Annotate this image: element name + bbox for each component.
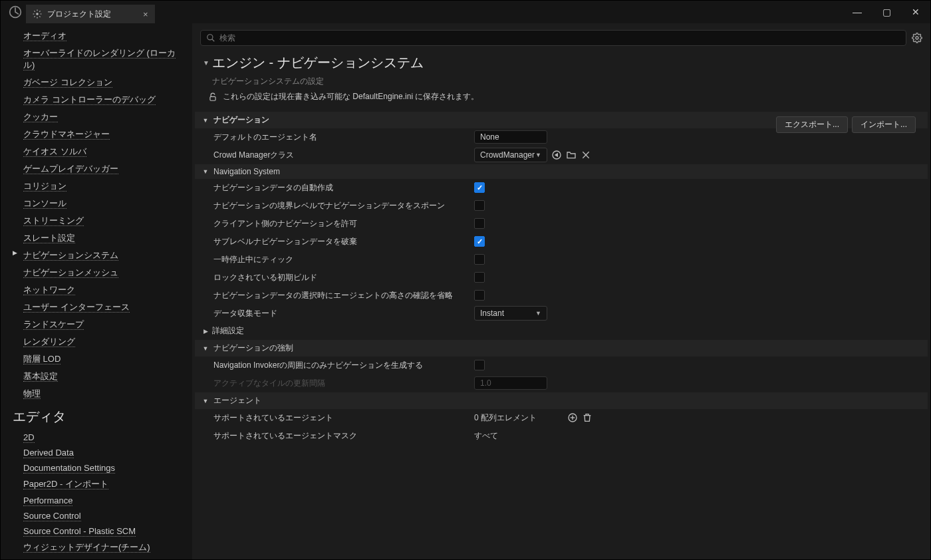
- trash-icon[interactable]: [582, 412, 593, 423]
- sidebar-item[interactable]: クッカー: [13, 108, 186, 126]
- default-agent-label: デフォルトのエージェント名: [208, 132, 474, 143]
- clear-icon[interactable]: [581, 150, 591, 160]
- invoker-only-checkbox[interactable]: [474, 360, 485, 370]
- sidebar-item[interactable]: スレート設定: [13, 229, 186, 247]
- page-title: エンジン - ナビゲーションシステム: [212, 54, 424, 72]
- svg-rect-5: [210, 96, 215, 100]
- initial-locked-label: ロックされている初期ビルド: [208, 272, 474, 283]
- sidebar-item[interactable]: Source Control: [13, 508, 186, 523]
- spawn-boundary-label: ナビゲーションの境界レベルでナビゲーションデータをスポーン: [208, 200, 474, 211]
- close-window-button[interactable]: ✕: [901, 1, 930, 23]
- sidebar-item[interactable]: 物理: [13, 385, 186, 402]
- folder-icon[interactable]: [566, 150, 577, 160]
- minimize-button[interactable]: —: [843, 1, 872, 23]
- skip-height-label: ナビゲーションデータの選択時にエージェントの高さの確認を省略: [208, 290, 474, 301]
- sidebar-item[interactable]: ナビゲーションメッシュ: [13, 264, 186, 281]
- tick-paused-checkbox[interactable]: [474, 254, 485, 265]
- unlock-icon: [208, 92, 217, 102]
- allow-client-label: クライアント側のナビゲーションを許可: [208, 218, 474, 229]
- spawn-boundary-checkbox[interactable]: [474, 200, 485, 211]
- sidebar-item[interactable]: ケイオス ソルバ: [13, 143, 186, 160]
- sidebar-item[interactable]: オーディオ: [13, 27, 186, 45]
- search-box[interactable]: [200, 30, 906, 46]
- initial-locked-checkbox[interactable]: [474, 272, 485, 283]
- advanced-expand-icon[interactable]: ▶: [201, 328, 209, 335]
- collapse-header-icon[interactable]: ▼: [203, 59, 209, 67]
- discard-sublevel-label: サブレベルナビゲーションデータを破棄: [208, 236, 474, 247]
- sidebar-item[interactable]: Performance: [13, 493, 186, 508]
- skip-height-checkbox[interactable]: [474, 290, 485, 301]
- sidebar-item[interactable]: ウィジェットデザイナー(チーム): [13, 539, 186, 556]
- sidebar-item[interactable]: コンソール: [13, 195, 186, 212]
- tile-interval-input: [474, 376, 547, 390]
- sidebar-item[interactable]: ユーザー インターフェース: [13, 299, 186, 316]
- maximize-button[interactable]: ▢: [872, 1, 901, 23]
- tab-close-icon[interactable]: ×: [143, 9, 148, 19]
- section-agent-header[interactable]: ▼エージェント: [195, 392, 928, 409]
- crowd-manager-dropdown[interactable]: CrowdManager▼: [474, 148, 547, 162]
- sidebar-item[interactable]: 階層 LOD: [13, 350, 186, 368]
- sidebar-item[interactable]: レンダリング: [13, 333, 186, 350]
- sidebar-item[interactable]: Paper2D - インポート: [13, 476, 186, 493]
- settings-tab-icon: [33, 9, 42, 19]
- svg-point-4: [916, 37, 918, 39]
- import-button[interactable]: インポート...: [852, 116, 916, 133]
- tile-interval-label: アクティブなタイルの更新間隔: [208, 378, 474, 389]
- crowd-manager-label: Crowd Managerクラス: [208, 150, 474, 161]
- app-logo-icon: [9, 5, 22, 19]
- browse-icon[interactable]: [551, 150, 562, 160]
- agent-mask-label: サポートされているエージェントマスク: [208, 430, 474, 442]
- data-mode-dropdown[interactable]: Instant▼: [474, 306, 547, 321]
- sidebar-item[interactable]: クラウドマネージャー: [13, 126, 186, 143]
- sidebar-item[interactable]: Derived Data: [13, 445, 186, 460]
- tab-title: プロジェクト設定: [47, 9, 111, 20]
- add-element-icon[interactable]: [567, 412, 578, 423]
- auto-create-checkbox[interactable]: [474, 182, 485, 193]
- sidebar-item[interactable]: ナビゲーションシステム: [13, 247, 186, 264]
- settings-gear-icon[interactable]: [912, 33, 922, 43]
- sidebar-item[interactable]: Source Control - Plastic SCM: [13, 523, 186, 539]
- section-navsystem-header[interactable]: ▼Navigation System: [195, 164, 928, 179]
- sidebar-item[interactable]: ゲームプレイデバッガー: [13, 160, 186, 178]
- allow-client-checkbox[interactable]: [474, 218, 485, 229]
- main-panel: ▼ エンジン - ナビゲーションシステム エクスポート... インポート... …: [192, 23, 930, 559]
- search-icon: [206, 33, 215, 43]
- sidebar-item[interactable]: 2D: [13, 430, 186, 445]
- sidebar-category-editor: エディタ: [13, 402, 186, 430]
- page-subtitle: ナビゲーションシステムの設定: [203, 72, 920, 87]
- svg-point-1: [36, 13, 39, 15]
- supported-agents-value: 0 配列エレメント: [474, 412, 537, 424]
- advanced-label[interactable]: 詳細設定: [209, 325, 475, 337]
- search-input[interactable]: [219, 33, 900, 43]
- tick-paused-label: 一時停止中にティック: [208, 254, 474, 265]
- svg-point-2: [207, 35, 213, 40]
- export-button[interactable]: エクスポート...: [776, 116, 848, 133]
- sidebar-item[interactable]: コリジョン: [13, 178, 186, 195]
- window-tab[interactable]: プロジェクト設定 ×: [26, 5, 155, 23]
- invoker-only-label: Navigation Invokerの周囲にのみナビゲーションを生成する: [208, 360, 474, 371]
- sidebar-item[interactable]: ランドスケープ: [13, 316, 186, 333]
- discard-sublevel-checkbox[interactable]: [474, 236, 485, 247]
- default-agent-input[interactable]: [474, 130, 547, 144]
- sidebar-item[interactable]: カメラ コントローラーのデバッグ: [13, 91, 186, 108]
- sidebar-item[interactable]: Documentation Settings: [13, 460, 186, 476]
- sidebar-item[interactable]: 基本設定: [13, 368, 186, 385]
- sidebar-item[interactable]: ガベージ コレクション: [13, 74, 186, 91]
- data-mode-label: データ収集モード: [208, 308, 474, 319]
- supported-agents-label: サポートされているエージェント: [208, 412, 474, 424]
- svg-line-3: [212, 39, 215, 42]
- auto-create-label: ナビゲーションデータの自動作成: [208, 182, 474, 194]
- sidebar[interactable]: オーディオオーバーライドのレンダリング (ローカル)ガベージ コレクションカメラ…: [1, 23, 192, 559]
- section-enforce-header[interactable]: ▼ナビゲーションの強制: [195, 340, 928, 356]
- sidebar-item[interactable]: ストリーミング: [13, 212, 186, 229]
- agent-mask-value: すべて: [474, 430, 498, 442]
- title-bar: プロジェクト設定 × — ▢ ✕: [1, 1, 930, 23]
- config-info-text: これらの設定は現在書き込み可能な DefaultEngine.ini に保存され…: [223, 91, 479, 102]
- sidebar-item[interactable]: オーバーライドのレンダリング (ローカル): [13, 45, 186, 74]
- sidebar-item[interactable]: ネットワーク: [13, 281, 186, 299]
